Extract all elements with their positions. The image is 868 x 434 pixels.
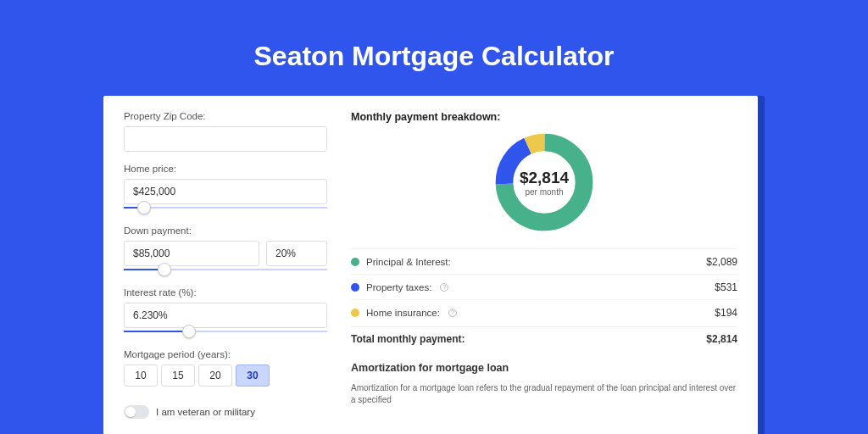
price-label: Home price:	[124, 164, 327, 174]
period-btn-20[interactable]: 20	[198, 364, 232, 387]
dot-icon	[351, 283, 359, 292]
legend-label: Property taxes:	[366, 282, 431, 292]
legend-value: $2,089	[706, 256, 737, 268]
period-btn-15[interactable]: 15	[161, 364, 195, 387]
rate-input[interactable]	[124, 303, 327, 328]
veteran-toggle[interactable]	[124, 405, 149, 419]
breakdown-title: Monthly payment breakdown:	[351, 111, 737, 123]
price-input[interactable]	[124, 179, 327, 204]
info-icon[interactable]: ?	[440, 283, 448, 292]
amort-title: Amortization for mortgage loan	[351, 362, 737, 374]
price-slider[interactable]	[124, 203, 327, 214]
donut-center-sub: per month	[520, 187, 569, 197]
legend-row-insurance: Home insurance: ? $194	[351, 299, 737, 325]
total-value: $2,814	[706, 333, 737, 345]
donut-center-value: $2,814	[520, 169, 569, 187]
legend-row-taxes: Property taxes: ? $531	[351, 274, 737, 299]
down-amount-input[interactable]	[124, 241, 259, 266]
price-slider-thumb[interactable]	[137, 201, 151, 214]
info-icon[interactable]: ?	[448, 309, 457, 317]
total-label: Total monthly payment:	[351, 333, 465, 345]
dot-icon	[351, 309, 359, 317]
rate-slider[interactable]	[124, 327, 327, 337]
down-pct-input[interactable]	[266, 241, 327, 266]
page-title: Seaton Mortgage Calculator	[254, 41, 615, 72]
legend-label: Principal & Interest:	[366, 257, 451, 267]
calculator-card: Property Zip Code: Home price: Down paym…	[103, 96, 758, 434]
rate-slider-thumb[interactable]	[182, 325, 196, 338]
total-row: Total monthly payment: $2,814	[351, 326, 737, 345]
legend-value: $531	[715, 281, 737, 293]
down-slider[interactable]	[124, 265, 327, 275]
dot-icon	[351, 258, 359, 266]
amortization-section: Amortization for mortgage loan Amortizat…	[351, 362, 737, 406]
legend-row-principal: Principal & Interest: $2,089	[351, 248, 737, 274]
form-panel: Property Zip Code: Home price: Down paym…	[124, 111, 327, 434]
donut-chart: $2,814 per month	[351, 130, 737, 235]
card-shadow: Property Zip Code: Home price: Down paym…	[103, 96, 765, 434]
down-label: Down payment:	[124, 225, 327, 236]
legend-value: $194	[715, 307, 737, 319]
zip-input[interactable]	[124, 126, 327, 152]
period-btn-30[interactable]: 30	[236, 364, 270, 387]
legend-label: Home insurance:	[366, 308, 440, 318]
period-btn-10[interactable]: 10	[124, 364, 158, 387]
period-label: Mortgage period (years):	[124, 349, 327, 359]
breakdown-panel: Monthly payment breakdown: $2,814 per mo…	[351, 111, 737, 434]
period-row: 10 15 20 30	[124, 364, 327, 387]
amort-text: Amortization for a mortgage loan refers …	[351, 382, 737, 406]
veteran-label: I am veteran or military	[156, 407, 255, 417]
donut-center: $2,814 per month	[520, 169, 569, 197]
zip-label: Property Zip Code:	[124, 111, 327, 121]
down-slider-thumb[interactable]	[158, 263, 171, 276]
rate-label: Interest rate (%):	[124, 287, 327, 298]
